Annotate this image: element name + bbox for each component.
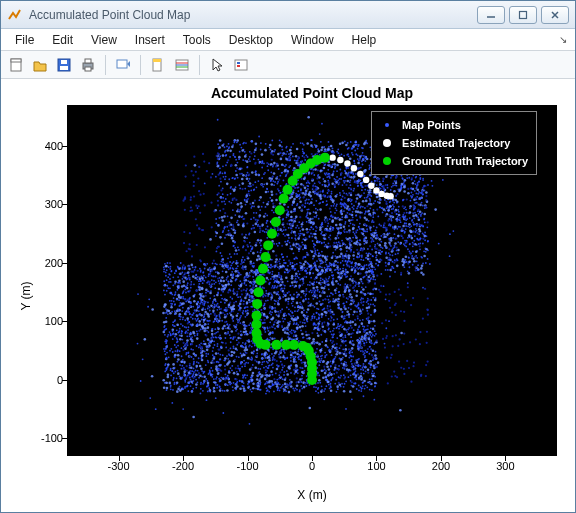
svg-point-5297 xyxy=(304,237,306,239)
svg-point-5735 xyxy=(196,224,198,226)
svg-point-184 xyxy=(320,277,322,279)
y-axis-label: Y (m) xyxy=(19,281,33,310)
svg-point-4363 xyxy=(177,266,179,268)
svg-point-1906 xyxy=(340,262,342,264)
svg-point-4837 xyxy=(332,363,334,365)
svg-point-5181 xyxy=(356,361,359,364)
minimize-button[interactable] xyxy=(477,6,505,24)
menu-help[interactable]: Help xyxy=(344,31,385,49)
svg-point-5287 xyxy=(344,197,346,199)
colorbar-icon[interactable] xyxy=(171,54,193,76)
save-icon[interactable] xyxy=(53,54,75,76)
svg-point-5588 xyxy=(248,345,250,347)
svg-point-5062 xyxy=(358,180,360,182)
svg-point-2084 xyxy=(358,385,360,387)
svg-point-5533 xyxy=(247,193,249,195)
svg-point-2404 xyxy=(317,382,319,384)
menu-tools[interactable]: Tools xyxy=(175,31,219,49)
svg-point-1954 xyxy=(347,212,349,214)
axes[interactable]: Accumulated Point Cloud Map Y (m) X (m) … xyxy=(5,83,571,508)
svg-point-4770 xyxy=(272,383,274,385)
svg-point-4568 xyxy=(316,308,318,310)
svg-point-4854 xyxy=(415,250,418,253)
svg-point-999 xyxy=(229,354,231,356)
svg-point-2528 xyxy=(268,365,270,367)
menu-view[interactable]: View xyxy=(83,31,125,49)
insert-legend-icon[interactable] xyxy=(230,54,252,76)
svg-point-3360 xyxy=(169,287,171,289)
data-cursor-icon[interactable] xyxy=(147,54,169,76)
svg-point-4776 xyxy=(185,286,187,288)
svg-point-4323 xyxy=(283,371,285,373)
new-figure-icon[interactable] xyxy=(5,54,27,76)
svg-point-5810 xyxy=(213,210,215,212)
svg-point-2289 xyxy=(187,271,190,274)
svg-point-4695 xyxy=(291,281,294,284)
svg-point-2141 xyxy=(284,352,286,354)
pointer-icon[interactable] xyxy=(206,54,228,76)
svg-point-4329 xyxy=(372,297,374,299)
svg-point-2488 xyxy=(167,313,169,315)
svg-point-5637 xyxy=(287,303,289,305)
svg-point-4947 xyxy=(250,190,252,192)
svg-point-5574 xyxy=(233,302,235,304)
svg-point-206 xyxy=(423,250,425,252)
print-icon[interactable] xyxy=(77,54,99,76)
legend[interactable]: Map Points Estimated Trajectory Ground T… xyxy=(371,111,537,175)
svg-point-3705 xyxy=(300,189,302,191)
svg-point-4659 xyxy=(372,220,374,222)
svg-point-589 xyxy=(216,163,218,165)
svg-point-4357 xyxy=(237,313,239,315)
svg-point-5277 xyxy=(327,195,329,197)
svg-point-639 xyxy=(310,277,312,279)
menu-insert[interactable]: Insert xyxy=(127,31,173,49)
svg-point-5165 xyxy=(179,304,181,306)
svg-point-5449 xyxy=(346,331,348,333)
svg-point-2179 xyxy=(254,345,256,347)
svg-point-4222 xyxy=(163,348,165,350)
svg-point-3623 xyxy=(284,331,287,334)
menu-file[interactable]: File xyxy=(7,31,42,49)
svg-point-5599 xyxy=(276,360,278,362)
svg-point-5079 xyxy=(170,306,173,309)
svg-point-450 xyxy=(275,199,278,202)
svg-point-765 xyxy=(323,242,325,244)
svg-point-4707 xyxy=(181,365,183,367)
svg-point-457 xyxy=(274,338,276,340)
open-icon[interactable] xyxy=(29,54,51,76)
svg-point-3994 xyxy=(374,268,376,270)
svg-point-5419 xyxy=(300,367,302,369)
svg-point-4779 xyxy=(273,265,275,267)
svg-point-2624 xyxy=(250,322,252,324)
plot-area[interactable]: Map Points Estimated Trajectory Ground T… xyxy=(67,105,557,456)
svg-point-1254 xyxy=(277,389,279,391)
svg-point-5381 xyxy=(239,309,241,311)
svg-point-1765 xyxy=(259,225,261,227)
svg-point-4131 xyxy=(197,307,199,309)
svg-point-4969 xyxy=(387,209,390,212)
svg-point-863 xyxy=(348,192,350,194)
menu-desktop[interactable]: Desktop xyxy=(221,31,281,49)
svg-point-3054 xyxy=(222,377,224,379)
svg-point-835 xyxy=(181,378,183,380)
svg-point-2243 xyxy=(314,262,316,264)
svg-point-716 xyxy=(199,323,202,326)
svg-point-4380 xyxy=(336,227,338,229)
svg-point-2430 xyxy=(350,222,352,224)
svg-point-5374 xyxy=(255,242,257,244)
svg-point-4337 xyxy=(290,211,293,214)
maximize-button[interactable] xyxy=(509,6,537,24)
svg-point-5730 xyxy=(184,298,186,300)
link-icon[interactable] xyxy=(112,54,134,76)
svg-point-3972 xyxy=(252,383,255,386)
menu-edit[interactable]: Edit xyxy=(44,31,81,49)
svg-point-1951 xyxy=(374,200,376,202)
svg-point-340 xyxy=(239,280,241,282)
svg-point-5235 xyxy=(348,348,350,350)
svg-point-1973 xyxy=(255,143,258,146)
svg-point-5472 xyxy=(342,242,344,244)
dock-corner-icon[interactable]: ↘ xyxy=(559,34,569,45)
menu-window[interactable]: Window xyxy=(283,31,342,49)
close-button[interactable] xyxy=(541,6,569,24)
y-tick-label: 400 xyxy=(11,140,63,152)
